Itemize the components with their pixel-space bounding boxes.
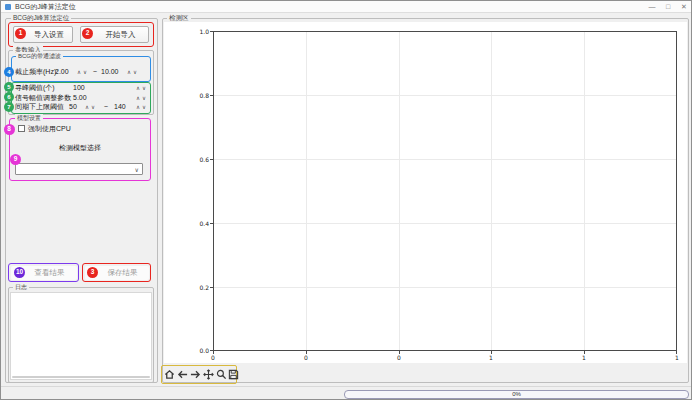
x-tick-label: 1: [485, 354, 497, 361]
x-tick-label: 1: [671, 354, 683, 361]
progress-bar: 0%: [344, 390, 689, 399]
badge-3: 3: [87, 267, 98, 278]
spin-up-icon[interactable]: ∧: [136, 104, 140, 110]
zoom-icon[interactable]: [216, 369, 227, 380]
spin-up-icon[interactable]: ∧: [77, 69, 81, 75]
cutoff-low-spinbox[interactable]: 2.00: [55, 68, 69, 76]
window-title: BCG的J峰算法定位: [15, 3, 76, 11]
save-icon[interactable]: [228, 369, 239, 380]
spin-up-icon[interactable]: ∧: [85, 104, 89, 110]
bandpass-title: BCG的带通滤波: [16, 52, 63, 60]
force-cpu-label: 强制使用CPU: [28, 125, 71, 133]
close-button[interactable]: ✕: [677, 2, 691, 11]
spin-down-icon[interactable]: ∨: [142, 85, 146, 91]
x-tick-label: 1: [578, 354, 590, 361]
statusbar-separator: [1, 386, 692, 387]
force-cpu-checkbox[interactable]: [18, 125, 25, 132]
model-select-combobox[interactable]: ∨: [15, 163, 143, 175]
interval-high-spinbox[interactable]: 140: [114, 103, 126, 111]
app-icon: [5, 4, 11, 10]
cutoff-label: 截止频率(Hz):: [15, 68, 58, 76]
log-horizontal-scrollbar[interactable]: [12, 376, 150, 379]
y-tick-label: 0.0: [194, 347, 209, 354]
range-tilde: ~: [104, 103, 108, 111]
log-textarea[interactable]: [10, 292, 152, 380]
amp-adjust-label: 信号幅值调整参数: [15, 94, 71, 102]
range-tilde: ~: [93, 68, 97, 76]
spin-down-icon[interactable]: ∨: [91, 104, 95, 110]
model-select-label: 检测模型选择: [9, 144, 151, 152]
tick-mark: [210, 350, 213, 351]
tick-mark: [210, 159, 213, 160]
back-arrow-icon[interactable]: [177, 369, 188, 380]
badge-6: 6: [4, 92, 14, 102]
peak-threshold-spinbox[interactable]: 100: [73, 84, 85, 92]
badge-7: 7: [4, 102, 14, 112]
badge-9: 9: [10, 154, 21, 165]
app-window: BCG的J峰算法定位 — □ ✕ BCG的J峰算法定位 导入设置 开始导入 1 …: [0, 0, 692, 400]
forward-arrow-icon[interactable]: [190, 369, 201, 380]
log-title: 日志: [13, 283, 29, 291]
home-icon[interactable]: [164, 369, 175, 380]
interval-low-spinbox[interactable]: 50: [69, 103, 77, 111]
left-panel-title: BCG的J峰算法定位: [11, 14, 71, 22]
spin-up-icon[interactable]: ∧: [127, 69, 131, 75]
badge-1: 1: [15, 28, 26, 39]
x-tick-label: 0: [207, 354, 219, 361]
plot-group-title: 检测区: [167, 14, 191, 22]
spin-down-icon[interactable]: ∨: [133, 69, 137, 75]
tick-mark: [210, 31, 213, 32]
spin-down-icon[interactable]: ∨: [142, 95, 146, 101]
spin-down-icon[interactable]: ∨: [83, 69, 87, 75]
x-tick-label: 0: [300, 354, 312, 361]
x-tick-label: 0: [393, 354, 405, 361]
y-tick-label: 0.4: [194, 220, 209, 227]
badge-10: 10: [14, 267, 25, 278]
y-tick-label: 0.2: [194, 284, 209, 291]
tick-mark: [210, 95, 213, 96]
model-settings-title: 模型设置: [15, 114, 43, 122]
cutoff-high-spinbox[interactable]: 10.00: [101, 68, 119, 76]
badge-4: 4: [4, 67, 14, 77]
badge-5: 5: [4, 82, 14, 92]
plot-axes: [213, 31, 677, 351]
spin-up-icon[interactable]: ∧: [136, 85, 140, 91]
tick-mark: [210, 223, 213, 224]
amp-adjust-spinbox[interactable]: 5.00: [73, 94, 87, 102]
spin-up-icon[interactable]: ∧: [136, 95, 140, 101]
y-tick-label: 0.6: [194, 156, 209, 163]
title-bar: BCG的J峰算法定位 — □ ✕: [1, 1, 692, 13]
interval-limit-label: 间期下上限阈值: [15, 103, 64, 111]
y-tick-label: 0.8: [194, 92, 209, 99]
badge-8: 8: [4, 124, 15, 135]
pan-icon[interactable]: [203, 369, 214, 380]
peak-threshold-label: 寻峰阈值(个): [15, 84, 55, 92]
maximize-button[interactable]: □: [661, 2, 675, 11]
tick-mark: [210, 287, 213, 288]
badge-2: 2: [82, 28, 93, 39]
spin-down-icon[interactable]: ∨: [142, 104, 146, 110]
minimize-button[interactable]: —: [645, 2, 659, 11]
chevron-down-icon: ∨: [135, 167, 139, 173]
y-tick-label: 1.0: [194, 28, 209, 35]
